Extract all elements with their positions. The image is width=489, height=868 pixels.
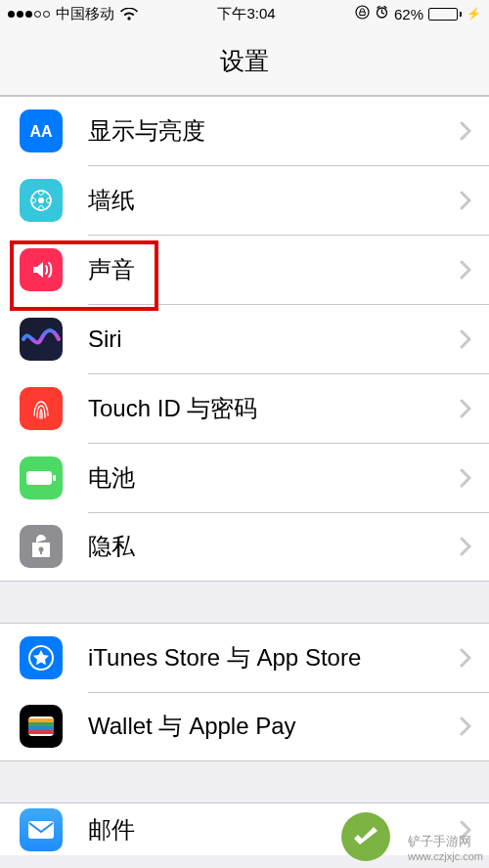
alarm-icon xyxy=(375,5,389,22)
row-label: Siri xyxy=(88,326,460,353)
status-time: 下午3:04 xyxy=(217,5,275,23)
row-label: Wallet 与 Apple Pay xyxy=(88,711,460,742)
orientation-lock-icon xyxy=(355,5,370,22)
display-icon: AA xyxy=(20,109,63,152)
chevron-right-icon xyxy=(460,191,489,210)
charging-icon: ⚡ xyxy=(467,7,481,21)
row-label: 显示与亮度 xyxy=(88,115,460,147)
wallet-icon xyxy=(20,705,63,748)
touchid-icon xyxy=(20,387,63,430)
wallpaper-icon xyxy=(20,179,63,222)
privacy-icon xyxy=(20,525,63,568)
row-battery[interactable]: 电池 xyxy=(0,443,489,512)
appstore-icon xyxy=(20,636,63,679)
mail-icon xyxy=(20,808,63,851)
battery-percent: 62% xyxy=(394,6,423,22)
row-label: Touch ID 与密码 xyxy=(88,393,460,424)
svg-rect-9 xyxy=(26,471,52,485)
row-label: 隐私 xyxy=(88,531,460,562)
nav-title: 设置 xyxy=(0,27,489,96)
status-bar: 中国移动 下午3:04 62% ⚡ xyxy=(0,0,489,27)
row-touchid[interactable]: Touch ID 与密码 xyxy=(0,373,489,443)
signal-dots xyxy=(8,11,50,18)
chevron-right-icon xyxy=(460,399,489,418)
chevron-right-icon xyxy=(460,260,489,280)
row-label: iTunes Store 与 App Store xyxy=(88,642,460,673)
wifi-icon xyxy=(120,8,138,21)
svg-rect-16 xyxy=(28,722,54,726)
svg-text:AA: AA xyxy=(29,123,53,140)
battery-icon xyxy=(428,8,462,21)
svg-rect-12 xyxy=(40,550,42,554)
row-label: 电池 xyxy=(88,462,460,494)
sounds-icon xyxy=(20,248,63,291)
row-siri[interactable]: Siri xyxy=(0,304,489,373)
row-label: 声音 xyxy=(88,254,460,285)
watermark-logo xyxy=(340,811,391,862)
chevron-right-icon xyxy=(460,468,489,488)
row-privacy[interactable]: 隐私 xyxy=(0,512,489,582)
watermark-text: 铲子手游网 www.czjxjc.com xyxy=(408,833,483,862)
svg-point-4 xyxy=(38,197,44,203)
svg-rect-10 xyxy=(53,475,56,481)
chevron-right-icon xyxy=(460,648,489,668)
row-itunes-appstore[interactable]: iTunes Store 与 App Store xyxy=(0,623,489,692)
content-scroll[interactable]: AA 显示与亮度 墙纸 声音 Siri Touch ID 与密码 xyxy=(0,96,489,855)
chevron-right-icon xyxy=(460,121,489,141)
chevron-right-icon xyxy=(460,537,489,556)
row-display-brightness[interactable]: AA 显示与亮度 xyxy=(0,96,489,165)
battery-settings-icon xyxy=(20,456,63,499)
svg-rect-18 xyxy=(28,730,54,734)
row-wallet-applepay[interactable]: Wallet 与 Apple Pay xyxy=(0,692,489,761)
row-label: 邮件 xyxy=(88,814,460,846)
siri-icon xyxy=(20,318,63,361)
svg-rect-19 xyxy=(28,821,54,839)
row-label: 墙纸 xyxy=(88,185,460,216)
chevron-right-icon xyxy=(460,716,489,736)
watermark-label: 铲子手游网 xyxy=(408,833,483,850)
svg-rect-15 xyxy=(28,718,54,722)
carrier-label: 中国移动 xyxy=(56,5,114,23)
watermark-url: www.czjxjc.com xyxy=(408,850,483,862)
row-sounds[interactable]: 声音 xyxy=(0,235,489,304)
svg-rect-17 xyxy=(28,726,54,730)
chevron-right-icon xyxy=(460,329,489,349)
row-wallpaper[interactable]: 墙纸 xyxy=(0,165,489,235)
